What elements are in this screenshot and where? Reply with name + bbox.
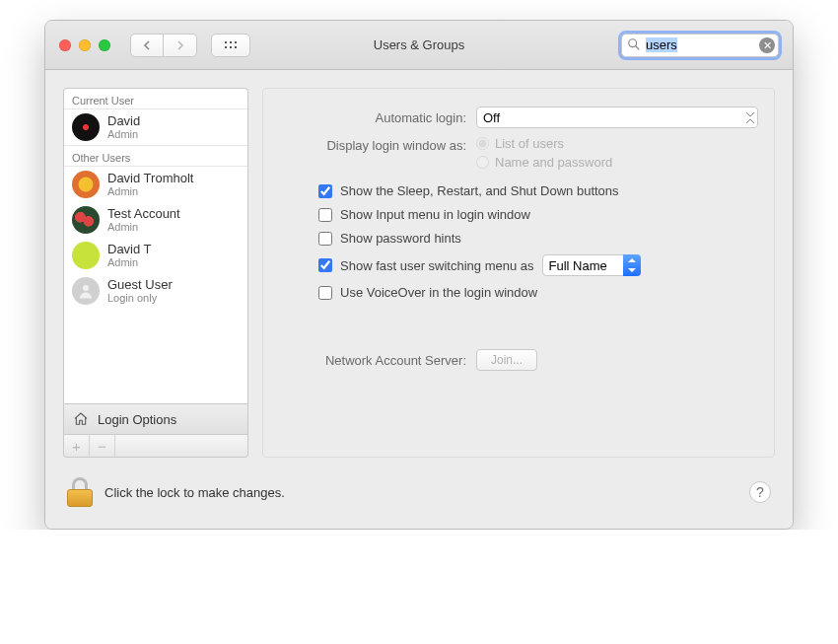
checkbox-group: Show the Sleep, Restart, and Shut Down b… — [318, 183, 758, 300]
svg-line-1 — [636, 45, 640, 49]
lock-button[interactable] — [67, 477, 93, 507]
sidebar: Current User David Admin Other Users Dav… — [63, 88, 248, 458]
user-row[interactable]: Test Account Admin — [64, 202, 247, 238]
check-input-menu[interactable]: Show Input menu in login window — [318, 207, 758, 222]
checkbox-input[interactable] — [318, 184, 332, 198]
svg-point-2 — [83, 285, 89, 291]
automatic-login-label: Automatic login: — [279, 110, 466, 125]
network-account-label: Network Account Server: — [279, 353, 466, 368]
check-fast-switch[interactable]: Show fast user switching menu as Full Na… — [318, 254, 758, 276]
zoom-window-button[interactable] — [99, 39, 110, 51]
display-login-radiogroup: List of users Name and password — [476, 136, 612, 170]
section-other-users: Other Users — [64, 145, 247, 167]
help-button[interactable]: ? — [749, 481, 771, 503]
avatar — [72, 113, 100, 141]
grid-icon — [224, 40, 238, 50]
join-button[interactable]: Join... — [476, 349, 537, 371]
check-password-hints[interactable]: Show password hints — [318, 231, 758, 246]
radio-list-of-users[interactable]: List of users — [476, 136, 612, 151]
user-role: Login only — [107, 292, 173, 304]
minimize-window-button[interactable] — [79, 39, 91, 51]
login-options-button[interactable]: Login Options — [63, 403, 248, 435]
chevron-right-icon — [175, 40, 185, 50]
user-row[interactable]: David Tromholt Admin — [64, 167, 247, 202]
house-icon — [72, 411, 90, 427]
checkbox-input[interactable] — [318, 286, 332, 300]
radio-name-password[interactable]: Name and password — [476, 155, 612, 170]
user-name: David Tromholt — [107, 172, 193, 185]
user-role: Admin — [107, 185, 193, 197]
fast-switch-select[interactable]: Full Name — [542, 254, 641, 276]
clear-search-button[interactable]: ✕ — [759, 37, 775, 53]
user-name: Guest User — [107, 278, 173, 292]
traffic-lights — [59, 39, 110, 51]
section-current-user: Current User — [64, 89, 247, 109]
back-button[interactable] — [130, 34, 164, 57]
remove-user-button[interactable]: − — [90, 435, 115, 457]
nav-buttons — [130, 34, 197, 57]
avatar — [72, 206, 100, 234]
user-name: David — [107, 114, 140, 128]
check-voiceover[interactable]: Use VoiceOver in the login window — [318, 285, 758, 300]
prefs-window: Users & Groups ✕ Current User David Admi… — [44, 20, 794, 530]
person-icon — [77, 282, 95, 300]
radio-input[interactable] — [476, 156, 489, 169]
user-name: Test Account — [107, 207, 180, 221]
login-options-label: Login Options — [98, 412, 176, 427]
close-window-button[interactable] — [59, 39, 71, 51]
footer: Click the lock to make changes. ? — [45, 465, 793, 529]
check-sleep-restart[interactable]: Show the Sleep, Restart, and Shut Down b… — [318, 183, 758, 198]
add-remove-toolbar: + − — [63, 435, 248, 458]
lock-body-icon — [67, 489, 93, 507]
automatic-login-select[interactable]: Off — [476, 107, 758, 128]
forward-button[interactable] — [164, 34, 197, 57]
add-user-button[interactable]: + — [64, 435, 90, 457]
search-icon — [627, 37, 641, 51]
user-name: David T — [107, 243, 152, 256]
settings-panel: Automatic login: Off Display login windo… — [262, 88, 775, 458]
user-row-current[interactable]: David Admin — [64, 109, 247, 145]
window-body: Current User David Admin Other Users Dav… — [45, 70, 793, 465]
user-row[interactable]: David T Admin — [64, 238, 247, 273]
checkbox-input[interactable] — [318, 232, 332, 246]
display-login-label: Display login window as: — [279, 136, 466, 153]
toolbar: Users & Groups ✕ — [45, 21, 793, 70]
radio-input[interactable] — [476, 137, 489, 150]
user-role: Admin — [107, 221, 180, 233]
user-role: Admin — [107, 128, 140, 140]
search-wrap: ✕ — [621, 34, 779, 57]
user-role: Admin — [107, 256, 152, 268]
search-input[interactable] — [621, 34, 779, 57]
avatar — [72, 171, 100, 198]
chevron-left-icon — [142, 40, 152, 50]
avatar — [72, 277, 100, 305]
show-all-button[interactable] — [211, 34, 250, 57]
svg-point-0 — [629, 38, 637, 46]
avatar — [72, 242, 100, 269]
checkbox-input[interactable] — [318, 258, 332, 272]
lock-text: Click the lock to make changes. — [105, 485, 285, 500]
checkbox-input[interactable] — [318, 208, 332, 222]
user-row[interactable]: Guest User Login only — [64, 273, 247, 309]
user-list: Current User David Admin Other Users Dav… — [63, 88, 248, 403]
